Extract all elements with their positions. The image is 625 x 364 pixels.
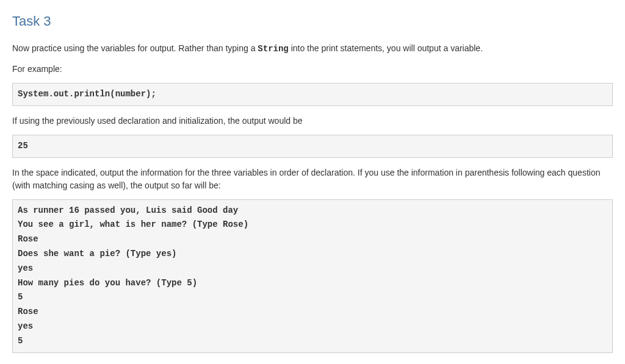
intro-paragraph-2: For example:	[12, 63, 613, 76]
outro-paragraph: To get a feel for using both typed Strin…	[12, 362, 613, 364]
paragraph-3: If using the previously used declaration…	[12, 115, 613, 127]
intro-paragraph-1: Now practice using the variables for out…	[12, 42, 613, 55]
code-block-sample-output: As runner 16 passed you, Luis said Good …	[12, 199, 613, 353]
intro-text-1a: Now practice using the variables for out…	[12, 43, 258, 53]
code-block-println: System.out.println(number);	[12, 83, 613, 106]
paragraph-4: In the space indicated, output the infor…	[12, 166, 613, 192]
inline-code-string-1: String	[258, 44, 288, 54]
intro-text-1b: into the print statements, you will outp…	[289, 43, 483, 53]
code-block-output-25: 25	[12, 135, 613, 158]
task-heading: Task 3	[12, 11, 613, 31]
